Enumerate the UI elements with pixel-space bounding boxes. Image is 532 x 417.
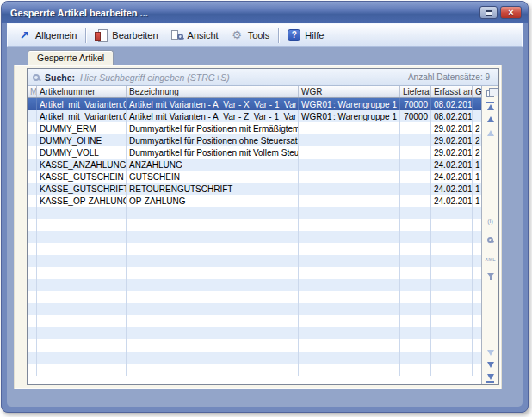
table-row[interactable]: DUMMY_VOLLDummyartikel für Positionen mi… xyxy=(28,146,481,159)
cell-wgr xyxy=(299,255,400,267)
cell-wgr: WGR01: Warengruppe 1 xyxy=(299,98,400,110)
column-header-g[interactable]: G xyxy=(473,86,481,97)
column-header-m[interactable]: M xyxy=(28,86,37,97)
grid-side-rail: (I) XML xyxy=(481,86,498,384)
table-row[interactable]: KASSE_GUTSCHRIFTRETOURENGUTSCHRIFT24.02.… xyxy=(28,183,481,195)
cell-g xyxy=(473,315,481,327)
cell-g xyxy=(473,255,481,267)
scroll-page-down-icon xyxy=(487,350,494,356)
close-button[interactable]: × xyxy=(500,6,522,19)
cell-bezeichnung xyxy=(127,339,299,352)
cell-bezeichnung xyxy=(127,364,299,376)
cell-g xyxy=(473,219,481,231)
column-header-lieferant[interactable]: Lieferant xyxy=(400,86,431,97)
cell-bezeichnung: Dummyartikel für Positionen mit Vollem S… xyxy=(127,146,299,159)
cell-m xyxy=(28,122,37,134)
column-header-erfasst-am[interactable]: Erfasst am xyxy=(431,86,473,97)
table-row-empty[interactable] xyxy=(28,255,481,267)
table-row-empty[interactable] xyxy=(28,243,481,255)
cell-m xyxy=(28,352,37,364)
cell-m xyxy=(28,207,37,219)
table-row-empty[interactable] xyxy=(28,352,481,364)
table-row[interactable]: KASSE_GUTSCHEINGUTSCHEIN24.02.20121 xyxy=(28,171,481,183)
arrow-icon xyxy=(18,29,31,41)
cell-m xyxy=(28,267,37,279)
view-icon xyxy=(170,29,183,41)
table-row-empty[interactable] xyxy=(28,279,481,291)
cell-bezeichnung xyxy=(127,291,299,303)
cell-bezeichnung xyxy=(127,243,299,255)
cell-g: 1 xyxy=(473,183,481,195)
scroll-page-down-button[interactable] xyxy=(484,347,497,358)
scroll-up-button[interactable] xyxy=(484,114,497,125)
column-header-artikelnummer[interactable]: Artikelnummer xyxy=(37,86,127,97)
table-row-empty[interactable] xyxy=(28,315,481,327)
column-chooser-icon[interactable] xyxy=(486,90,494,97)
table-row[interactable]: Artikel_mit_Varianten.001Artikel mit Var… xyxy=(28,98,481,110)
scroll-down-button[interactable] xyxy=(484,359,497,370)
cell-wgr xyxy=(299,339,400,352)
table-row[interactable]: KASSE_OP-ZAHLUNGOP-ZAHLUNG24.02.20121 xyxy=(28,195,481,207)
table-row-empty[interactable] xyxy=(28,339,481,352)
table-row[interactable]: DUMMY_ERMDummyartikel für Positionen mit… xyxy=(28,122,481,134)
scroll-page-up-button[interactable] xyxy=(484,128,497,139)
search-input[interactable]: Hier Suchbegriff eingeben (STRG+S) xyxy=(80,72,403,83)
menu-item-bearbeiten[interactable]: Bearbeiten xyxy=(89,28,164,43)
screen: Gesperrte Artikel bearbeiten ... × Allge… xyxy=(0,0,532,417)
scroll-to-top-button[interactable] xyxy=(484,100,497,111)
scroll-to-bottom-icon xyxy=(487,374,494,380)
cell-erfasst-am xyxy=(431,364,473,376)
table-row[interactable]: Artikel_mit_Varianten.002Artikel mit Var… xyxy=(28,110,481,122)
cell-g xyxy=(473,207,481,219)
grid-search-button[interactable] xyxy=(484,234,497,246)
menu-item-hilfe[interactable]: Hilfe xyxy=(281,28,330,43)
menu-item-tools[interactable]: Tools xyxy=(225,28,276,43)
search-bar[interactable]: Suche: Hier Suchbegriff eingeben (STRG+S… xyxy=(28,69,498,86)
cell-m xyxy=(28,364,37,376)
cell-g xyxy=(473,243,481,255)
menu-item-allgemein[interactable]: Allgemein xyxy=(12,28,83,43)
cell-artikelnummer: DUMMY_VOLL xyxy=(37,146,127,159)
restore-button[interactable] xyxy=(479,6,498,19)
column-width-button[interactable]: (I) xyxy=(484,215,497,227)
cell-bezeichnung: ANZAHLUNG xyxy=(127,159,299,171)
scroll-to-bottom-button[interactable] xyxy=(484,372,497,383)
cell-lieferant xyxy=(400,267,431,279)
cell-g xyxy=(473,339,481,352)
cell-lieferant xyxy=(400,243,431,255)
cell-bezeichnung xyxy=(127,231,299,243)
cell-lieferant xyxy=(400,315,431,327)
cell-bezeichnung xyxy=(127,207,299,219)
table-row-empty[interactable] xyxy=(28,207,481,219)
table-row-empty[interactable] xyxy=(28,267,481,279)
cell-artikelnummer: KASSE_GUTSCHRIFT xyxy=(37,183,127,195)
xml-export-button[interactable]: XML xyxy=(484,253,497,265)
record-count: Anzahl Datensätze: 9 xyxy=(408,72,493,82)
help-icon xyxy=(288,29,300,41)
cell-g xyxy=(473,231,481,243)
cell-erfasst-am xyxy=(431,352,473,364)
cell-artikelnummer xyxy=(37,364,127,376)
menu-item-ansicht[interactable]: Ansicht xyxy=(164,28,225,43)
column-header-bezeichnung[interactable]: Bezeichnung xyxy=(127,86,299,97)
title-bar[interactable]: Gesperrte Artikel bearbeiten ... × xyxy=(2,2,528,23)
cell-m xyxy=(28,159,37,171)
table-row-empty[interactable] xyxy=(28,291,481,303)
table-row-empty[interactable] xyxy=(28,231,481,243)
table-row-empty[interactable] xyxy=(28,303,481,315)
table-row-empty[interactable] xyxy=(28,219,481,231)
table-row-empty[interactable] xyxy=(28,327,481,339)
filter-button[interactable] xyxy=(484,270,497,281)
table-row[interactable]: DUMMY_OHNEDummyartikel für Positionen oh… xyxy=(28,134,481,146)
column-header-wgr[interactable]: WGR xyxy=(299,86,400,97)
app-window: Gesperrte Artikel bearbeiten ... × Allge… xyxy=(1,1,529,413)
table-row[interactable]: KASSE_ANZAHLUNGANZAHLUNG24.02.20121 xyxy=(28,159,481,171)
cell-g: 1 xyxy=(473,159,481,171)
tab-gesperrte-artikel[interactable]: Gesperrte Artikel xyxy=(28,50,114,65)
cell-artikelnummer: KASSE_ANZAHLUNG xyxy=(37,159,127,171)
cell-lieferant xyxy=(400,219,431,231)
cell-lieferant xyxy=(400,303,431,315)
table-row-empty[interactable] xyxy=(28,364,481,376)
cell-bezeichnung xyxy=(127,279,299,291)
menu-label: Tools xyxy=(248,30,270,40)
